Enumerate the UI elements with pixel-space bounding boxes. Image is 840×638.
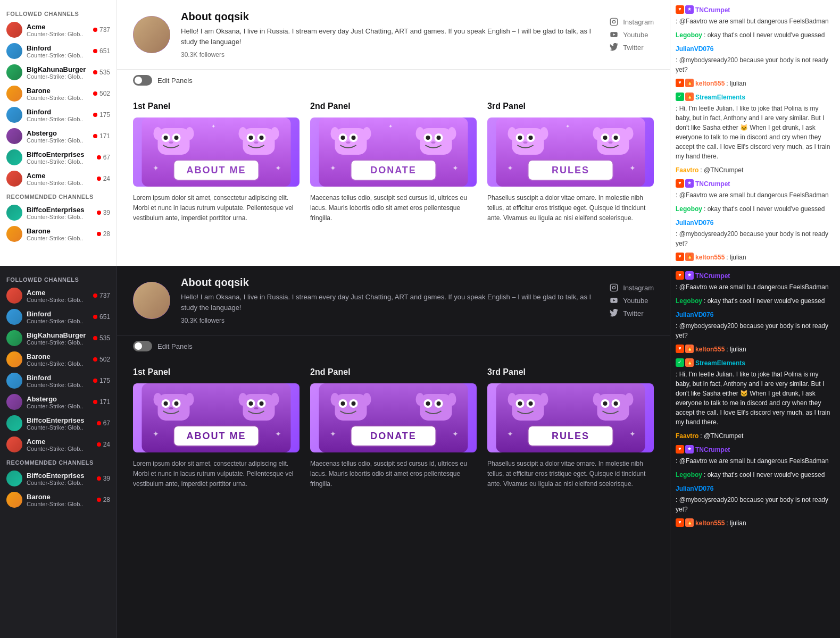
instagram-label: Instagram	[623, 18, 654, 26]
chat-username[interactable]: Legoboy	[676, 204, 702, 214]
panel-1-image-light[interactable]: ABOUT ME ✦ ✦ ✦	[133, 117, 300, 187]
sidebar-item[interactable]: Abstergo Counter-Strike: Glob.. 171	[0, 391, 117, 413]
twitter-label: Twitter	[623, 44, 643, 52]
chat-username[interactable]: Legoboy	[676, 470, 702, 480]
chat-username[interactable]: kelton555	[695, 79, 725, 88]
social-instagram[interactable]: Instagram	[609, 17, 654, 27]
sidebar-item[interactable]: Acme Counter-Strike: Glob.. 24	[0, 168, 117, 189]
sidebar-item-viewers: 28	[97, 496, 110, 503]
sidebar-avatar	[6, 288, 22, 304]
svg-point-126	[603, 401, 608, 406]
chat-username[interactable]: TNCrumpet	[695, 445, 730, 455]
chat-username[interactable]: StreamElements	[695, 358, 745, 368]
sidebar-item[interactable]: Barone Counter-Strike: Glob.. 28	[0, 223, 117, 245]
svg-rect-36	[420, 128, 452, 155]
svg-point-8	[164, 136, 168, 140]
chat-username[interactable]: TNCrumpet	[695, 271, 730, 281]
edit-panels-label-light[interactable]: Edit Panels	[157, 77, 193, 85]
edit-panels-toggle-light[interactable]	[133, 75, 152, 86]
sidebar-item[interactable]: BiffcoEnterprises Counter-Strike: Glob..…	[0, 468, 117, 489]
sidebar-item-name: Abstergo	[27, 129, 93, 137]
sidebar-item-game: Counter-Strike: Glob..	[27, 297, 93, 303]
svg-point-13	[186, 127, 194, 140]
profile-followers: 30.3K followers	[181, 51, 593, 58]
chat-username[interactable]: Faavtro	[676, 165, 698, 175]
chat-username[interactable]: Legoboy	[676, 296, 702, 306]
svg-point-57	[540, 127, 548, 140]
sidebar-item[interactable]: Binford Counter-Strike: Glob.. 175	[0, 370, 117, 391]
chat-username[interactable]: StreamElements	[695, 93, 745, 102]
chat-username[interactable]: Faavtro	[676, 431, 698, 441]
sidebar-item[interactable]: Binford Counter-Strike: Glob.. 651	[0, 40, 117, 62]
panel-3-image-dark[interactable]: RULES ✦ ✦	[487, 383, 654, 452]
sidebar-item[interactable]: BigKahunaBurger Counter-Strike: Glob.. 5…	[0, 328, 117, 349]
chat-badges: ♥🔥	[676, 79, 694, 87]
viewer-dot	[97, 177, 101, 181]
svg-point-21	[271, 127, 279, 140]
sidebar-item-game: Counter-Strike: Glob..	[27, 180, 97, 186]
sidebar-avatar	[6, 492, 22, 508]
sidebar-item[interactable]: BiffcoEnterprises Counter-Strike: Glob..…	[0, 202, 117, 223]
chat-badges: ✓🔥	[676, 93, 694, 101]
panel-2-image-light[interactable]: DONATE ✦ ✦ ✦	[310, 117, 477, 187]
svg-text:✦: ✦	[275, 430, 281, 438]
sidebar-item[interactable]: Acme Counter-Strike: Glob.. 737	[0, 19, 117, 40]
chat-msg-text: : @TNСrumpet	[700, 431, 743, 441]
sidebar-item[interactable]: Acme Counter-Strike: Glob.. 24	[0, 434, 117, 455]
social-instagram-dark[interactable]: Instagram	[609, 283, 654, 292]
sidebar-avatar	[6, 86, 22, 102]
chat-message: ♥🔥kelton555: ljulian	[676, 79, 835, 88]
sidebar-item[interactable]: BigKahunaBurger Counter-Strike: Glob.. 5…	[0, 62, 117, 83]
svg-rect-85	[243, 394, 275, 421]
social-youtube[interactable]: Youtube	[609, 30, 654, 39]
svg-point-38	[426, 136, 430, 140]
chat-username[interactable]: kelton555	[695, 518, 725, 528]
sidebar-item-name: Abstergo	[27, 395, 93, 403]
sidebar-avatar	[6, 149, 22, 165]
chat-message: JulianVD076: @mybodysready200 because yo…	[676, 484, 835, 514]
viewer-dot	[93, 315, 97, 319]
social-twitter[interactable]: Twitter	[609, 43, 654, 52]
chat-username[interactable]: JulianVD076	[676, 218, 713, 228]
chat-message: ✓🔥StreamElements: Hi, I'm leetle Julian.…	[676, 358, 835, 427]
sidebar-item[interactable]: BiffcoEnterprises Counter-Strike: Glob..…	[0, 147, 117, 168]
chat-username[interactable]: JulianVD076	[676, 310, 713, 320]
sidebar-item-game: Counter-Strike: Glob..	[27, 480, 97, 486]
sidebar-item[interactable]: BiffcoEnterprises Counter-Strike: Glob..…	[0, 413, 117, 434]
chat-username[interactable]: JulianVD076	[676, 44, 713, 54]
sidebar-item-game: Counter-Strike: Glob..	[27, 339, 93, 346]
svg-text:✦: ✦	[452, 430, 459, 438]
svg-point-110	[416, 393, 425, 406]
sidebar-item[interactable]: Barone Counter-Strike: Glob.. 502	[0, 349, 117, 370]
social-youtube-dark[interactable]: Youtube	[609, 296, 654, 305]
chat-username[interactable]: kelton555	[695, 345, 725, 354]
chat-username[interactable]: TNCrumpet	[695, 179, 730, 189]
social-twitter-dark[interactable]: Twitter	[609, 308, 654, 318]
chat-username[interactable]: kelton555	[695, 253, 725, 262]
edit-panels-label-dark[interactable]: Edit Panels	[157, 342, 193, 350]
chat-msg-text: : okay that's cool I never would've gues…	[704, 204, 825, 214]
sidebar-item-viewers: 67	[97, 154, 110, 161]
panel-1-image-dark[interactable]: ABOUT ME ✦ ✦	[133, 383, 300, 452]
svg-point-62	[614, 136, 618, 140]
youtube-label: Youtube	[623, 31, 648, 39]
sidebar-item[interactable]: Barone Counter-Strike: Glob.. 502	[0, 83, 117, 104]
chat-msg-text: : @Faavtro we are small but dangerous Fe…	[676, 190, 829, 200]
chat-username[interactable]: Legoboy	[676, 30, 702, 40]
sidebar-item[interactable]: Acme Counter-Strike: Glob.. 737	[0, 285, 117, 306]
edit-panels-toggle-dark[interactable]	[133, 341, 152, 351]
chat-username[interactable]: JulianVD076	[676, 484, 713, 493]
svg-point-103	[331, 393, 339, 406]
sidebar-item-viewers: 39	[97, 475, 110, 482]
sidebar-item[interactable]: Binford Counter-Strike: Glob.. 175	[0, 104, 117, 125]
panel-3-image-light[interactable]: RULES ✦ ✦ ✦	[487, 117, 654, 187]
panel-2-image-dark[interactable]: DONATE ✦ ✦	[310, 383, 477, 452]
svg-point-11	[169, 141, 173, 144]
sidebar-avatar	[6, 471, 22, 486]
sidebar-item-viewers: 502	[93, 90, 110, 97]
chat-username[interactable]: TNCrumpet	[695, 5, 730, 15]
sidebar-item[interactable]: Binford Counter-Strike: Glob.. 651	[0, 306, 117, 328]
viewer-dot	[97, 498, 101, 502]
sidebar-item[interactable]: Barone Counter-Strike: Glob.. 28	[0, 489, 117, 510]
sidebar-item[interactable]: Abstergo Counter-Strike: Glob.. 171	[0, 125, 117, 147]
